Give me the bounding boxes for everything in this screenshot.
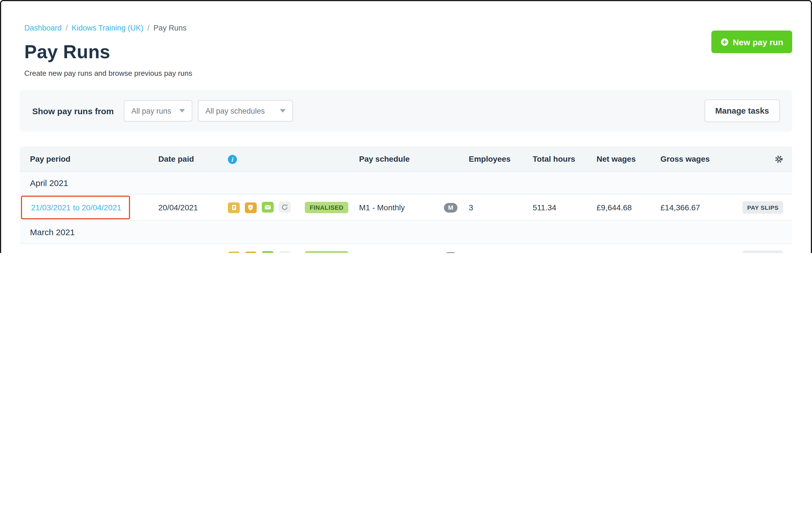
info-icon[interactable]: i (228, 155, 237, 164)
table-body: April 2021 21/03/2021 to 20/04/2021 20/0… (20, 171, 792, 253)
payslip-document-icon[interactable] (228, 252, 240, 253)
envelope-icon[interactable] (262, 202, 274, 213)
status-badge: FINALISED (305, 202, 349, 213)
shield-check-icon[interactable] (245, 252, 257, 253)
column-header-employees: Employees (462, 154, 526, 163)
breadcrumb-current: Pay Runs (154, 24, 187, 32)
pay-period-highlight: 21/02/2021 to 20/03/2021 (21, 245, 130, 253)
actions-cell: PAY SLIPS (718, 250, 792, 253)
gross-wages-cell: £14,000.00 (654, 252, 718, 253)
column-header-pay-schedule: Pay schedule (352, 154, 462, 163)
payslips-button[interactable]: PAY SLIPS (743, 201, 783, 214)
employees-cell: 3 (462, 203, 526, 212)
breadcrumb-company-link[interactable]: Kidows Training (UK) (72, 24, 144, 32)
manage-tasks-button[interactable]: Manage tasks (705, 99, 780, 122)
employees-cell: 3 (462, 252, 526, 253)
status-cell: FINALISED (301, 251, 352, 253)
column-header-net-wages: Net wages (590, 154, 654, 163)
envelope-icon[interactable] (262, 251, 274, 253)
pay-runs-page: Dashboard / Kidows Training (UK) / Pay R… (0, 0, 812, 253)
indicator-icons-cell (221, 202, 301, 213)
table-row: 21/02/2021 to 20/03/2021 20/03/2021 FINA… (20, 243, 792, 253)
pay-schedule-cell: M1 - Monthly M (352, 203, 462, 212)
pay-schedules-filter-value: All pay schedules (205, 106, 265, 115)
table-header: Pay period Date paid i Pay schedule Empl… (20, 147, 792, 171)
total-hours-cell: 511.34 (526, 203, 590, 212)
pay-period-link[interactable]: 21/02/2021 to 20/03/2021 (31, 252, 121, 253)
breadcrumb-dashboard-link[interactable]: Dashboard (24, 24, 62, 32)
pay-schedules-filter-dropdown[interactable]: All pay schedules (198, 100, 293, 121)
column-header-gross-wages: Gross wages (654, 154, 718, 163)
column-header-total-hours: Total hours (526, 154, 590, 163)
breadcrumb: Dashboard / Kidows Training (UK) / Pay R… (24, 24, 792, 32)
indicator-icons-cell (221, 251, 301, 253)
net-wages-cell: £9,644.68 (590, 203, 654, 212)
pay-schedule-label: M12 - Monthly (359, 252, 409, 253)
month-group-header: March 2021 (20, 221, 792, 243)
payslips-button[interactable]: PAY SLIPS (743, 250, 783, 253)
month-label: April 2021 (30, 178, 68, 188)
total-hours-cell: 511.34 (526, 252, 590, 253)
filter-label: Show pay runs from (32, 106, 114, 115)
column-header-indicators: i (221, 154, 301, 164)
column-header-actions (718, 155, 792, 163)
column-header-pay-period: Pay period (20, 154, 152, 163)
pay-period-link[interactable]: 21/03/2021 to 20/04/2021 (31, 203, 121, 212)
refresh-icon[interactable] (278, 202, 291, 213)
actions-cell: PAY SLIPS (718, 201, 792, 214)
chevron-down-icon (280, 109, 286, 112)
column-header-date-paid: Date paid (152, 154, 221, 163)
pay-period-cell: 21/02/2021 to 20/03/2021 (20, 251, 152, 253)
pay-period-highlight: 21/03/2021 to 20/04/2021 (21, 196, 130, 219)
month-group-header: April 2021 (20, 171, 792, 194)
plus-circle-icon (720, 37, 729, 46)
gross-wages-cell: £14,366.67 (654, 203, 718, 212)
status-badge: FINALISED (305, 251, 349, 253)
new-pay-run-label: New pay run (733, 37, 783, 47)
date-paid-cell: 20/04/2021 (152, 203, 221, 212)
status-cell: FINALISED (301, 202, 352, 213)
pay-schedule-label: M1 - Monthly (359, 203, 405, 212)
month-label: March 2021 (30, 227, 75, 237)
schedule-frequency-badge: M (444, 252, 458, 253)
pay-schedule-cell: M12 - Monthly M (352, 252, 462, 253)
new-pay-run-button[interactable]: New pay run (711, 30, 792, 53)
page-subtitle: Create new pay runs and browse previous … (24, 69, 792, 77)
table-row: 21/03/2021 to 20/04/2021 20/04/2021 FINA… (20, 194, 792, 221)
payslip-document-icon[interactable] (228, 202, 240, 213)
gear-icon[interactable] (775, 155, 783, 163)
refresh-icon[interactable] (278, 251, 291, 253)
shield-check-icon[interactable] (245, 202, 257, 213)
date-paid-cell: 20/03/2021 (152, 252, 221, 253)
schedule-frequency-badge: M (444, 203, 458, 212)
pay-runs-filter-dropdown[interactable]: All pay runs (124, 100, 192, 121)
breadcrumb-separator: / (66, 24, 68, 32)
net-wages-cell: £9,833.56 (590, 252, 654, 253)
breadcrumb-separator: / (147, 24, 150, 32)
page-title: Pay Runs (24, 41, 792, 63)
pay-runs-filter-value: All pay runs (131, 106, 171, 115)
pay-period-cell: 21/03/2021 to 20/04/2021 (20, 202, 152, 213)
chevron-down-icon (179, 109, 185, 112)
filter-panel: Show pay runs from All pay runs All pay … (20, 90, 792, 132)
pay-runs-table: Pay period Date paid i Pay schedule Empl… (20, 147, 792, 253)
